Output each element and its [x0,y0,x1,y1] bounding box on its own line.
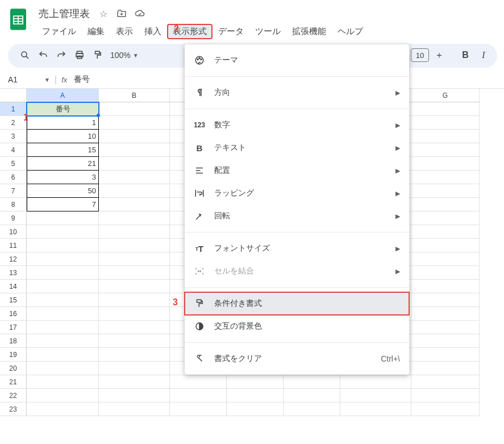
cell[interactable] [284,402,340,416]
column-header[interactable]: A [27,89,99,102]
cell[interactable] [27,239,99,252]
cell[interactable] [99,198,170,211]
cell[interactable] [284,375,340,389]
row-header[interactable]: 12 [0,252,27,266]
cell[interactable] [411,252,480,266]
row-header[interactable]: 20 [0,362,27,375]
cell[interactable] [411,375,480,389]
row-header[interactable]: 7 [0,184,27,198]
cell[interactable] [99,293,170,307]
cell[interactable] [411,211,480,225]
cell[interactable] [99,211,170,225]
formula-bar[interactable]: 番号 [72,74,90,85]
cell[interactable] [284,389,340,402]
menu-item-text[interactable]: Bテキスト▶ [185,136,409,159]
cell[interactable] [27,348,99,362]
menu-item-theme[interactable]: テーマ [185,49,409,72]
cell[interactable]: 番号 [27,102,99,116]
row-header[interactable]: 2 [0,116,27,130]
cell[interactable] [411,198,480,211]
row-header[interactable]: 14 [0,280,27,293]
row-header[interactable]: 5 [0,157,27,171]
zoom-select[interactable]: 100%▼ [108,51,141,60]
cell[interactable] [99,334,170,348]
menu-extensions[interactable]: 拡張機能 [286,24,332,39]
cell[interactable] [27,402,99,416]
cell[interactable] [27,307,99,321]
cell[interactable] [411,280,480,293]
cell[interactable] [411,307,480,321]
cell[interactable] [99,157,170,171]
menu-insert[interactable]: 挿入 [139,24,167,39]
star-icon[interactable]: ☆ [98,8,109,19]
row-header[interactable]: 16 [0,307,27,321]
menu-item-cond[interactable]: 条件付き書式 [185,292,409,315]
cell[interactable] [27,252,99,266]
cell[interactable] [99,389,170,402]
row-header[interactable]: 9 [0,211,27,225]
cell[interactable] [99,375,170,389]
menu-item-number[interactable]: 123数字▶ [185,114,409,136]
cell[interactable] [99,321,170,334]
cell[interactable] [411,362,480,375]
cell[interactable] [340,402,411,416]
italic-icon[interactable]: I [476,47,491,63]
menu-item-rotate[interactable]: 回転▶ [185,205,409,227]
row-header[interactable]: 21 [0,375,27,389]
row-header[interactable]: 8 [0,198,27,211]
cell[interactable] [411,225,480,239]
cell[interactable] [99,225,170,239]
cell[interactable] [340,389,411,402]
menu-data[interactable]: データ [213,24,249,39]
cell[interactable] [27,266,99,280]
row-header[interactable]: 3 [0,130,27,143]
row-header[interactable]: 11 [0,239,27,252]
cell[interactable] [27,321,99,334]
cell[interactable] [99,102,170,116]
menu-file[interactable]: ファイル [36,24,82,39]
menu-help[interactable]: ヘルプ [332,24,369,39]
row-header[interactable]: 10 [0,225,27,239]
row-header[interactable]: 17 [0,321,27,334]
menu-tools[interactable]: ツール [249,24,286,39]
select-all-corner[interactable] [0,89,27,102]
sheets-logo-icon[interactable] [7,5,30,34]
cell[interactable] [99,362,170,375]
print-icon[interactable] [72,47,88,63]
cell[interactable] [27,293,99,307]
cell[interactable] [227,389,284,402]
cell[interactable]: 21 [27,157,99,171]
undo-icon[interactable] [35,47,51,63]
bold-icon[interactable]: B [457,47,473,63]
cell[interactable] [27,225,99,239]
cell[interactable] [99,184,170,198]
cell[interactable] [411,102,480,116]
cell[interactable] [411,334,480,348]
cell[interactable] [99,130,170,143]
column-header[interactable]: B [99,89,170,102]
cell[interactable] [27,211,99,225]
cell[interactable] [99,143,170,157]
row-header[interactable]: 22 [0,389,27,402]
menu-item-align[interactable]: 配置▶ [185,159,409,182]
cell[interactable]: 10 [27,130,99,143]
cell[interactable] [99,402,170,416]
redo-icon[interactable] [53,47,69,63]
cell[interactable] [99,252,170,266]
search-icon[interactable] [17,47,33,63]
menu-item-clear[interactable]: 書式をクリアCtrl+\ [185,347,409,370]
menu-view[interactable]: 表示 [110,24,139,39]
cell[interactable] [99,280,170,293]
row-header[interactable]: 23 [0,402,27,416]
cell[interactable] [27,362,99,375]
cell[interactable] [411,239,480,252]
cell[interactable] [227,402,284,416]
cell[interactable]: 7 [27,198,99,211]
row-header[interactable]: 15 [0,293,27,307]
paint-format-icon[interactable] [90,47,106,63]
menu-item-direction[interactable]: 方向▶ [185,81,409,104]
move-icon[interactable] [116,8,127,19]
cell[interactable] [27,280,99,293]
column-header[interactable]: G [411,89,480,102]
cell[interactable]: 15 [27,143,99,157]
